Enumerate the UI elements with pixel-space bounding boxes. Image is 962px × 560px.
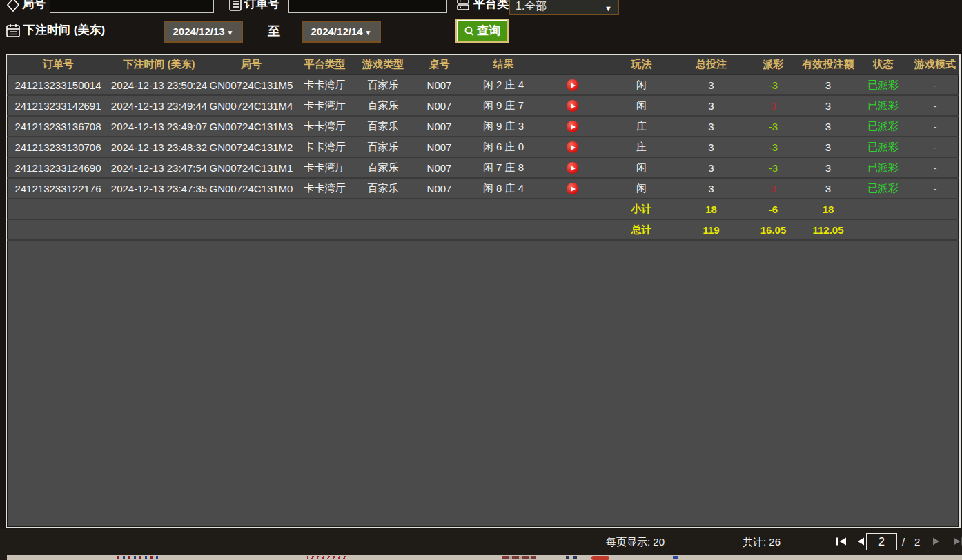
total-count-label: 共计: 26 (743, 536, 781, 549)
records-panel: 订单号 下注时间 (美东) 局号 平台类型 游戏类型 桌号 结果 玩法 总投注 … (6, 54, 961, 528)
skip-first-icon (836, 537, 847, 546)
table-row: 241213233130706 2024-12-13 23:48:32 GN00… (7, 137, 959, 157)
play-icon[interactable] (567, 162, 578, 174)
cell-game-mode: - (911, 157, 959, 178)
cell-table-no: N007 (410, 74, 469, 95)
game-fragment (566, 556, 581, 559)
subtotal-total-bet: 18 (677, 199, 745, 219)
chevron-down-icon: ▼ (227, 29, 234, 37)
cell-result: 闲 6 庄 0 (469, 137, 538, 157)
query-button[interactable]: 查询 (455, 19, 509, 43)
cell-play-type: 闲 (606, 95, 677, 116)
cell-play-type: 庄 (606, 137, 677, 157)
cell-payout: -3 (745, 116, 801, 137)
cell-total-bet: 3 (677, 178, 745, 199)
cell-replay (538, 95, 606, 116)
last-page-button[interactable] (953, 537, 962, 546)
skip-last-icon (953, 537, 962, 546)
play-icon[interactable] (567, 79, 578, 91)
filter-bar: 局号 订单号 平台类型 1.全部 ▼ 下注时间 (美东) 2024/12/13▼… (0, 0, 962, 54)
cell-table-no: N007 (410, 116, 469, 137)
cell-round-no: GN00724C131M1 (209, 157, 293, 178)
date-to-picker[interactable]: 2024/12/14▼ (302, 21, 381, 43)
cell-replay (538, 157, 606, 178)
background-game-strip (0, 555, 962, 560)
diamond-icon (6, 0, 21, 12)
cell-payout: -3 (745, 137, 801, 157)
page-input[interactable] (866, 533, 897, 550)
header-play-type: 玩法 (606, 55, 677, 74)
platform-select-value: 1.全部 (516, 0, 547, 12)
game-fragment (502, 556, 536, 559)
cell-table-no: N007 (410, 137, 469, 157)
date-to-value: 2024/12/14 (311, 26, 363, 37)
cell-status: 已派彩 (855, 157, 911, 178)
next-page-button[interactable] (932, 537, 943, 546)
cell-play-type: 闲 (606, 178, 677, 199)
cell-bet-time: 2024-12-13 23:47:35 (109, 178, 209, 199)
cell-valid-bet: 3 (801, 178, 855, 199)
cell-round-no: GN00724C131M0 (209, 178, 293, 199)
cell-valid-bet: 3 (801, 116, 855, 137)
first-page-button[interactable] (836, 537, 847, 546)
header-round-no: 局号 (209, 55, 293, 74)
play-icon[interactable] (567, 121, 578, 132)
roadmap-dots (117, 556, 160, 559)
platform-select[interactable]: 1.全部 ▼ (509, 0, 619, 15)
bet-time-label: 下注时间 (美东) (23, 22, 105, 38)
cell-replay (538, 74, 606, 95)
next-icon (932, 537, 941, 546)
roadmap-marks (307, 556, 349, 559)
game-fragment (673, 556, 678, 559)
cell-play-type: 闲 (606, 74, 677, 95)
cell-order-no: 241213233136708 (7, 116, 109, 137)
cell-valid-bet: 3 (801, 74, 855, 95)
date-from-picker[interactable]: 2024/12/13▼ (164, 21, 243, 43)
total-label: 总计 (606, 219, 677, 240)
prev-page-button[interactable] (856, 537, 867, 546)
cell-platform: 卡卡湾厅 (293, 137, 356, 157)
cell-valid-bet: 3 (801, 95, 855, 116)
cell-total-bet: 3 (677, 74, 745, 95)
table-row: 241213233142691 2024-12-13 23:49:44 GN00… (7, 95, 959, 116)
chevron-down-icon: ▼ (605, 1, 612, 16)
play-icon[interactable] (567, 141, 578, 153)
round-label: 局号 (22, 0, 46, 12)
cell-round-no: GN00724C131M3 (209, 116, 293, 137)
cell-game-type: 百家乐 (356, 95, 410, 116)
cell-valid-bet: 3 (801, 137, 855, 157)
cell-payout: 3 (745, 95, 801, 116)
cell-status: 已派彩 (855, 178, 911, 199)
cell-result: 闲 7 庄 8 (469, 157, 538, 178)
server-icon (455, 0, 471, 12)
cell-result: 闲 8 庄 4 (469, 178, 538, 199)
cell-game-type: 百家乐 (356, 178, 410, 199)
round-input[interactable] (50, 0, 214, 13)
cell-round-no: GN00724C131M2 (209, 137, 293, 157)
strip-cap (0, 555, 7, 560)
cell-payout: -3 (745, 74, 801, 95)
cell-platform: 卡卡湾厅 (293, 74, 356, 95)
header-bet-time: 下注时间 (美东) (109, 55, 209, 74)
table-row: 241213233122176 2024-12-13 23:47:35 GN00… (7, 178, 959, 199)
cell-bet-time: 2024-12-13 23:49:07 (109, 116, 209, 137)
table-row: 241213233136708 2024-12-13 23:49:07 GN00… (7, 116, 959, 137)
cell-table-no: N007 (410, 157, 469, 178)
cell-game-mode: - (911, 137, 959, 157)
cell-table-no: N007 (410, 95, 469, 116)
cell-replay (538, 116, 606, 137)
cell-status: 已派彩 (855, 74, 911, 95)
cell-valid-bet: 3 (801, 157, 855, 178)
calendar-icon (6, 23, 21, 38)
play-icon[interactable] (567, 183, 578, 194)
cell-payout: 3 (745, 178, 801, 199)
cell-total-bet: 3 (677, 157, 745, 178)
cell-table-no: N007 (410, 178, 469, 199)
order-input[interactable] (288, 0, 447, 13)
cell-order-no: 241213233142691 (7, 95, 109, 116)
cell-game-type: 百家乐 (356, 137, 410, 157)
order-label: 订单号 (244, 0, 279, 12)
play-icon[interactable] (567, 100, 578, 112)
prev-icon (856, 537, 865, 546)
search-icon (464, 26, 475, 37)
